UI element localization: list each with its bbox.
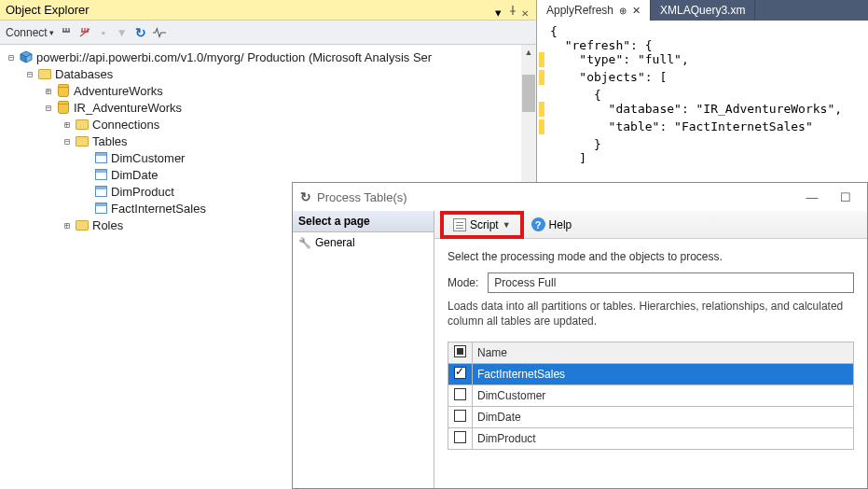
activity-icon[interactable] [153,26,166,39]
table-icon [93,184,108,199]
mode-label: Mode: [448,276,478,289]
tab-xmlaquery[interactable]: XMLAQuery3.xm [651,0,755,21]
tree-node-tables[interactable]: ⊟Tables [2,133,534,149]
process-table-dialog: Process Table(s) — ☐ Select a page Gener… [292,182,868,489]
scroll-thumb[interactable] [522,75,535,112]
refresh-icon[interactable] [134,26,147,39]
tree-node-dimdate[interactable]: DimDate [2,166,534,183]
server-icon [19,49,34,64]
table-icon [93,167,108,182]
chevron-down-icon[interactable]: ▼ [503,220,511,230]
connect-button[interactable]: Connect ▾ [6,26,54,39]
tab-applyrefresh[interactable]: ApplyRefresh ⊕ ✕ [537,0,651,21]
process-icon [300,189,311,204]
mode-description: Loads data into all partitions or tables… [448,299,854,328]
close-icon[interactable] [521,6,530,15]
row-checkbox[interactable] [454,388,466,400]
dialog-titlebar[interactable]: Process Table(s) — ☐ [293,183,867,211]
table-row[interactable]: DimDate [448,407,854,428]
table-row[interactable]: FactInternetSales [448,364,854,385]
folder-icon [75,133,90,148]
table-icon [93,201,108,216]
pin-icon[interactable] [508,6,517,15]
tree-node-connections[interactable]: ⊞Connections [2,116,534,133]
scroll-up-icon[interactable]: ▲ [521,45,536,60]
object-explorer-header: Object Explorer ▾ [0,0,536,21]
help-button[interactable]: ? Help [531,217,572,231]
tree-node-dimcustomer[interactable]: DimCustomer [2,149,534,166]
select-all-checkbox[interactable] [448,342,473,364]
folder-icon [37,66,52,81]
editor-tabs: ApplyRefresh ⊕ ✕ XMLAQuery3.xm [537,0,868,21]
instruction-text: Select the processing mode and the objec… [448,250,854,263]
row-checkbox[interactable] [454,367,466,379]
script-icon [453,218,466,231]
select-page-header: Select a page [293,211,434,232]
window-dropdown-icon[interactable]: ▾ [495,6,504,15]
wrench-icon [298,236,311,249]
folder-icon [75,117,90,132]
mode-dropdown[interactable]: Process Full [488,272,854,293]
row-checkbox[interactable] [454,410,466,422]
dialog-main: Script ▼ ? Help Select the processing mo… [434,211,867,488]
minimize-button[interactable]: — [798,190,826,204]
code-editor[interactable]: { "refresh": { "type": "full", "objects"… [537,21,868,182]
dialog-title: Process Table(s) [317,190,792,204]
filter-icon[interactable]: ▼ [116,26,129,39]
objects-table: Name FactInternetSales DimCustomer [448,342,854,450]
table-row[interactable]: DimProduct [448,428,854,450]
code-editor-panel: ApplyRefresh ⊕ ✕ XMLAQuery3.xm { "refres… [537,0,868,182]
tree-root-server[interactable]: ⊟powerbi://api.powerbi.com/v1.0/myorg/ P… [2,49,534,65]
dialog-sidebar: Select a page General [293,211,434,488]
tab-close-icon[interactable]: ✕ [632,5,641,17]
disconnect-icon[interactable] [78,26,91,39]
row-checkbox[interactable] [454,431,466,443]
tab-pin-icon[interactable]: ⊕ [619,6,627,16]
database-icon [56,100,71,115]
object-explorer-toolbar: Connect ▾ ▪ ▼ [0,21,536,45]
maximize-button[interactable]: ☐ [832,190,860,204]
dialog-toolbar: Script ▼ ? Help [434,211,867,239]
tree-node-ir-adventureworks[interactable]: ⊟IR_AdventureWorks [2,99,534,116]
sidebar-item-general[interactable]: General [293,232,434,253]
name-column-header[interactable]: Name [473,342,854,364]
database-icon [56,83,71,98]
help-icon: ? [531,217,545,231]
script-button[interactable]: Script ▼ [448,217,517,233]
table-row[interactable]: DimCustomer [448,385,854,407]
stop-icon[interactable]: ▪ [97,26,110,39]
folder-icon [75,217,90,232]
object-explorer-title: Object Explorer [6,3,495,17]
script-button-highlight: Script ▼ [440,211,524,239]
connect-icon[interactable] [60,26,73,39]
table-icon [93,150,108,165]
tree-node-databases[interactable]: ⊟Databases [2,65,534,82]
tree-node-adventureworks[interactable]: ⊞AdventureWorks [2,82,534,99]
